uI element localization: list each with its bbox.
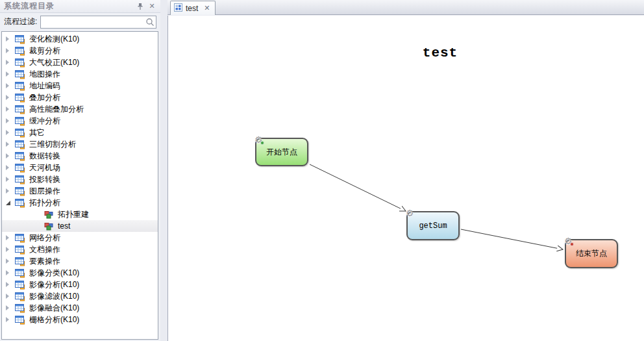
expand-arrow-icon[interactable] <box>6 234 14 241</box>
start-badge-icon <box>260 141 264 145</box>
edge-start-getsum <box>310 164 406 211</box>
expand-arrow-icon[interactable] <box>6 164 14 171</box>
expand-arrow-icon[interactable] <box>6 141 14 147</box>
expand-arrow-icon[interactable] <box>6 129 14 136</box>
tree-item-label: 网络分析 <box>29 233 60 244</box>
tree-item-label: 拓扑分析 <box>29 197 60 208</box>
tree-item-label: 要素操作 <box>29 256 60 267</box>
process-folder-icon <box>15 291 25 301</box>
expand-arrow-icon[interactable] <box>6 71 14 77</box>
filter-input[interactable] <box>40 16 156 29</box>
expand-arrow-icon[interactable] <box>6 199 14 206</box>
document-tabbar: test ✕ <box>167 0 644 15</box>
expand-arrow-icon[interactable] <box>6 270 14 276</box>
expand-arrow-icon[interactable] <box>6 176 14 183</box>
tree-item[interactable]: 裁剪分析 <box>2 45 158 57</box>
tree-item[interactable]: 拓扑重建 <box>2 208 158 220</box>
tree-item[interactable]: 三维切割分析 <box>2 138 158 150</box>
tree-item-label: 高性能叠加分析 <box>29 104 84 115</box>
tree-item-label: 缓冲分析 <box>29 116 60 127</box>
pin-icon[interactable] <box>134 1 146 12</box>
tree-item[interactable]: 地址编码 <box>2 80 158 92</box>
tree-item[interactable]: 影像分类(K10) <box>2 267 158 279</box>
tree-item-label: 影像滤波(K10) <box>29 291 79 302</box>
expand-arrow-icon[interactable] <box>6 118 14 124</box>
tree-item[interactable]: 叠加分析 <box>2 92 158 103</box>
panel-header: 系统流程目录 ✕ <box>0 0 160 13</box>
tree-item[interactable]: 栅格分析(K10) <box>2 314 158 325</box>
node-getsum[interactable]: ⚙ getSum <box>406 211 460 240</box>
process-folder-icon <box>15 57 25 68</box>
process-folder-icon <box>15 81 25 91</box>
tree-item[interactable]: 投影转换 <box>2 173 158 185</box>
tab-test[interactable]: test ✕ <box>170 1 216 15</box>
process-folder-icon <box>15 244 25 255</box>
tree-item[interactable]: 文档操作 <box>2 244 158 255</box>
tree-item[interactable]: 影像滤波(K10) <box>2 290 158 302</box>
tree-item[interactable]: 要素操作 <box>2 255 158 267</box>
process-folder-icon <box>15 174 25 184</box>
edge-getsum-end <box>461 229 563 249</box>
tab-label: test <box>186 4 198 13</box>
expand-arrow-icon[interactable] <box>6 258 14 264</box>
filter-search-box <box>40 16 156 29</box>
tree-item[interactable]: 高性能叠加分析 <box>2 103 158 115</box>
tree-item[interactable]: 网络分析 <box>2 232 158 244</box>
close-icon[interactable]: ✕ <box>146 1 158 12</box>
expand-arrow-icon[interactable] <box>6 36 14 42</box>
tree-item-label: test <box>57 221 70 231</box>
process-folder-icon <box>15 256 25 266</box>
expand-arrow-icon[interactable] <box>6 293 14 299</box>
expand-arrow-icon[interactable] <box>6 47 14 54</box>
node-label: 结束节点 <box>576 248 607 259</box>
node-start[interactable]: ⚙ 开始节点 <box>255 138 308 166</box>
tree-item-label: 图层操作 <box>29 186 60 197</box>
process-folder-icon <box>15 151 25 161</box>
tab-close-icon[interactable]: ✕ <box>204 4 210 12</box>
process-directory-panel: 系统流程目录 ✕ 流程过滤: <box>0 0 160 341</box>
process-tree: 变化检测(K10) 裁剪分析 <box>1 31 158 340</box>
search-icon[interactable] <box>145 18 155 29</box>
tree-item[interactable]: 大气校正(K10) <box>2 57 158 68</box>
expand-arrow-icon[interactable] <box>6 82 14 89</box>
expand-arrow-icon[interactable] <box>6 188 14 194</box>
process-folder-icon <box>15 303 25 313</box>
tree-item[interactable]: 拓扑分析 <box>2 197 158 208</box>
tree-item[interactable]: 缓冲分析 <box>2 115 158 127</box>
tree-item-label: 影像分类(K10) <box>29 268 79 279</box>
tree-item[interactable]: test <box>2 220 158 232</box>
process-folder-icon <box>15 197 25 208</box>
node-end[interactable]: ⚙ 结束节点 <box>565 239 618 268</box>
expand-arrow-icon[interactable] <box>6 94 14 101</box>
tree-item[interactable]: 图层操作 <box>2 185 158 197</box>
workflow-edges <box>168 16 644 341</box>
process-folder-icon <box>15 186 25 196</box>
tree-item-label: 其它 <box>29 127 45 138</box>
process-folder-icon <box>15 92 25 103</box>
expand-arrow-icon[interactable] <box>6 59 14 66</box>
tree-item-label: 栅格分析(K10) <box>29 314 79 325</box>
tree-item-label: 地图操作 <box>29 69 60 80</box>
gear-icon: ⚙ <box>406 208 414 218</box>
tree-item-label: 拓扑重建 <box>57 209 89 220</box>
process-folder-icon <box>15 162 25 173</box>
expand-arrow-icon[interactable] <box>6 305 14 311</box>
expand-arrow-icon[interactable] <box>6 153 14 159</box>
expand-arrow-icon[interactable] <box>6 246 14 253</box>
expand-arrow-icon[interactable] <box>6 316 14 323</box>
tree-item[interactable]: 影像融合(K10) <box>2 302 158 314</box>
tree-item[interactable]: 地图操作 <box>2 68 158 80</box>
expand-arrow-icon[interactable] <box>6 106 14 112</box>
process-folder-icon <box>15 34 25 44</box>
tree-item[interactable]: 影像分析(K10) <box>2 279 158 290</box>
tree-item-label: 大气校正(K10) <box>29 57 79 68</box>
end-badge-icon <box>570 242 574 246</box>
workflow-canvas[interactable]: test ⚙ 开始节点 ⚙ getSum ⚙ 结束节点 <box>167 16 644 341</box>
tree-item[interactable]: 天河机场 <box>2 162 158 173</box>
tree-item-label: 三维切割分析 <box>29 139 76 150</box>
node-label: 开始节点 <box>266 147 297 158</box>
tree-item[interactable]: 其它 <box>2 127 158 138</box>
tree-item[interactable]: 数据转换 <box>2 150 158 162</box>
tree-item[interactable]: 变化检测(K10) <box>2 33 158 45</box>
expand-arrow-icon[interactable] <box>6 281 14 288</box>
